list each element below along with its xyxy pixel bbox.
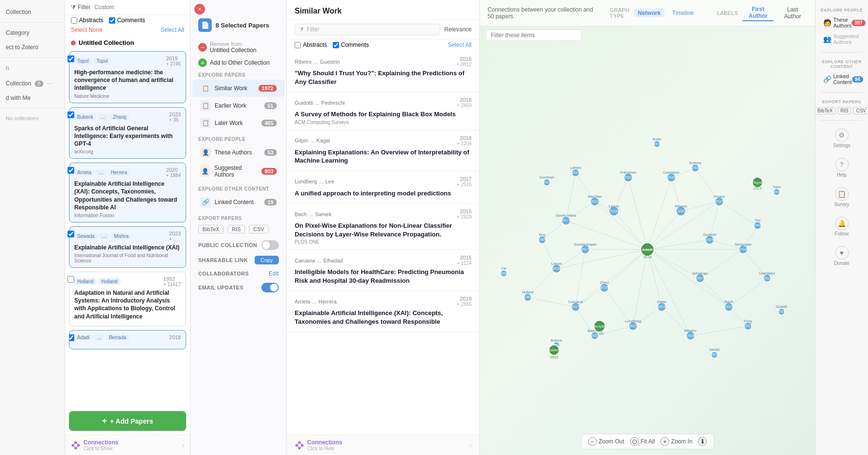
relevance-button[interactable]: Relevance [444,26,472,33]
right-bibtex-btn[interactable]: BibTeX [814,107,836,114]
list-item[interactable]: Arrieta...Herrera 2019 + 2855 Explainabl… [287,291,479,332]
comments-checkbox[interactable] [333,42,339,48]
add-collection-item[interactable]: + Add to Other Collection [190,56,286,69]
zoom-out-button[interactable]: − Zoom Out [588,437,624,446]
svg-text:2009: 2009 [500,272,508,275]
list-item[interactable]: Caruana...Elhadad 2015 + 1124 Intelligib… [287,250,479,291]
sim-connections-bar[interactable]: Connections Click to Hide › [287,435,479,455]
these-authors-icon: 👤 [200,147,211,158]
table-row[interactable]: Topol Topol 2019 + 2745 High-performance… [69,51,186,103]
select-none-btn[interactable]: Select None [71,27,102,33]
paper-authors: Ribeiro...Guestrin [295,59,340,65]
list-item[interactable]: Guidotti...Pedreschi 2018 + 2469 A Surve… [287,92,479,130]
filter-items-input[interactable] [486,29,582,41]
remove-from-item[interactable]: − Remove from: Untitled Collection [190,39,286,56]
sidebar-no-collections: No collections [0,111,65,125]
these-authors-item[interactable]: 👤 These Authors 53 [192,144,285,161]
plus-icon: + [102,416,108,426]
svg-text:2017: 2017 [629,324,637,328]
paper-title: Sparks of Artificial General Intelligenc… [74,124,181,148]
paper-checkbox[interactable] [68,167,74,174]
export-title: EXPORT PAPERS [190,213,286,223]
suggested-authors-icon: 👥 [823,35,831,43]
explore-content-section: EXPLORE OTHER CONTENT 🔗 Linked Content 1… [190,183,286,211]
csv-export-btn[interactable]: CSV [249,225,269,234]
earlier-work-item[interactable]: 📋 Earlier Work 51 [192,97,285,114]
public-collection-toggle[interactable] [261,240,279,250]
svg-text:Topol: Topol [773,185,781,189]
abstracts-checkbox[interactable] [295,42,301,48]
settings-button[interactable]: ⚙ Settings [815,124,868,152]
abstracts-checkbox-label[interactable]: Abstracts [71,17,103,24]
help-button[interactable]: ? Help [815,154,868,181]
custom-button[interactable]: Custom [95,4,114,11]
follow-button[interactable]: 🔔 Follow [815,213,868,240]
svg-text:2018: 2018 [687,334,694,337]
later-work-item[interactable]: 📋 Later Work 465 [192,114,285,132]
right-these-authors-item[interactable]: 🧑 These Authors 307 [819,14,864,31]
similar-work-item[interactable]: 📋 Similar Work 1972 [192,80,285,97]
copy-button[interactable]: Copy [255,256,279,264]
paper-checkbox[interactable] [68,55,74,62]
svg-text:Arrieta: Arrieta [594,324,606,329]
right-ris-btn[interactable]: RIS [838,107,852,114]
table-row[interactable]: Arrieta ... Herrera 2020 + 1884 Explaina… [69,163,186,222]
abstracts-checkbox-label[interactable]: Abstracts [295,41,327,48]
first-author-button[interactable]: First Author [742,5,774,21]
fit-all-button[interactable]: ⊙ Fit All [630,437,655,446]
connections-bar[interactable]: Connections Click to Show › [65,435,190,455]
svg-text:Doshi-Velez: Doshi-Velez [556,213,576,218]
list-item[interactable]: Gilpin...Kagal 2018 + 1204 Explaining Ex… [287,130,479,171]
zoom-out-icon: − [588,437,597,446]
sidebar-item-zotero[interactable]: ect to Zotero [0,40,65,55]
network-button[interactable]: Network [634,9,665,17]
abstracts-checkbox[interactable] [71,17,77,24]
filter-button[interactable]: ⧩ Filter [71,4,91,11]
connections-icon [71,441,81,450]
list-item[interactable]: Bach...Samek 2015 + 2929 On Pixel-Wise E… [287,204,479,250]
donate-button[interactable]: ♥ Donate [815,242,868,270]
table-row[interactable]: Sewada ... Mishra 2023 + ... Explainable… [69,226,186,268]
zoom-in-button[interactable]: + Zoom In [661,437,692,446]
ris-export-btn[interactable]: RIS [228,225,245,234]
comments-checkbox-label[interactable]: Comments [109,17,145,24]
paper-checkbox[interactable] [68,111,74,118]
select-all-btn[interactable]: Select All [448,41,472,48]
list-item[interactable]: Lundberg...Lee 2017 + 2516 A unified app… [287,171,479,204]
sidebar-item-n[interactable]: n [0,61,65,75]
suggested-authors-item[interactable]: 👤 Suggested Authors 803 [192,161,285,181]
paper-checkbox[interactable] [68,276,74,283]
sidebar-item-category[interactable]: Category [0,26,65,40]
close-button[interactable]: × [194,4,205,14]
timeline-button[interactable]: Timeline [668,9,698,17]
right-suggested-authors-item[interactable]: 👥 Suggested Authors [819,31,864,47]
table-row[interactable]: Bubeck ... Zhang 2023 + 35 Sparks of Art… [69,107,186,159]
tag: Arrieta [74,169,94,176]
download-button[interactable]: ⬇ [698,437,707,446]
sidebar-item-collection2[interactable]: Collection 8 ··· [0,75,65,91]
paper-checkbox[interactable] [68,231,74,237]
add-papers-button[interactable]: + + Add Papers [69,411,186,431]
table-row[interactable]: Adadi ... Berrada 2018 [69,330,186,349]
later-work-badge: 465 [261,120,277,126]
linked-content-item[interactable]: 🔗 Linked Content 19 [192,193,285,211]
comments-checkbox-label[interactable]: Comments [333,41,369,48]
right-divider-2 [821,92,863,93]
table-row[interactable]: Holland Holland 1992 + 11617 Adaptation … [69,272,186,326]
last-author-button[interactable]: Last Author [778,5,807,21]
survey-button[interactable]: 📋 Survey [815,183,868,211]
collection-menu-icon[interactable]: ··· [47,79,53,87]
right-csv-btn[interactable]: CSV [853,107,868,114]
network-svg[interactable]: Adadi 2018 Arrieta 2020 Lipton 2018 Ribe… [480,44,815,455]
edit-button[interactable]: Edit [269,270,279,277]
comments-checkbox[interactable] [109,17,115,24]
paper-checkbox[interactable] [69,334,74,341]
right-linked-content-item[interactable]: 🔗 Linked Content 94 [819,71,864,87]
sidebar-item-collection[interactable]: Collection [0,5,65,19]
list-item[interactable]: Ribeiro...Guestrin 2016 + 8812 "Why Shou… [287,51,479,92]
select-all-btn[interactable]: Select All [161,27,184,33]
linked-content-icon: 🔗 [200,197,211,207]
sidebar-item-with-me[interactable]: d with Me [0,91,65,105]
email-updates-toggle[interactable] [261,283,279,292]
bibtex-export-btn[interactable]: BibTeX [198,225,224,234]
